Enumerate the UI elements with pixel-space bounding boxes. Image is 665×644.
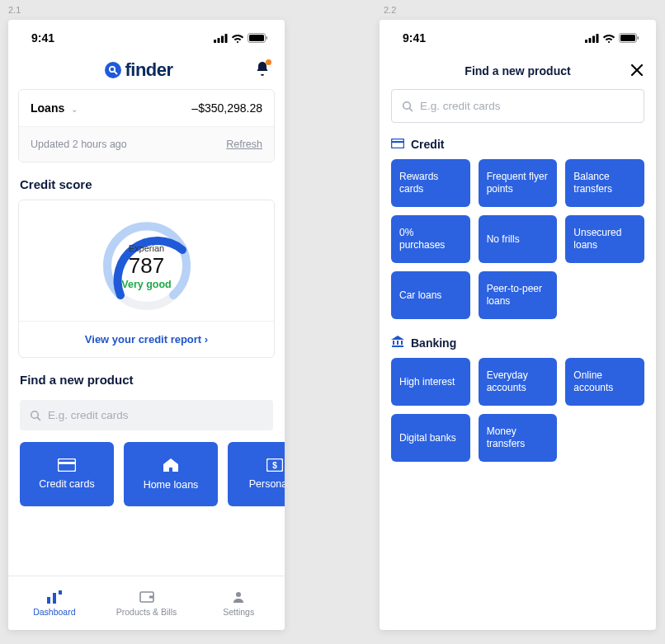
credit-score-gauge: Experian 787 Very good (97, 217, 196, 316)
wallet-icon (139, 590, 154, 604)
notification-dot-icon (266, 59, 271, 65)
svg-rect-38 (401, 341, 403, 345)
search-placeholder: E.g. credit cards (420, 100, 501, 112)
product-tile[interactable]: Everyday accounts (479, 358, 558, 406)
product-tile[interactable]: Balance transfers (565, 159, 644, 207)
credit-score-card: Experian 787 Very good View your credit … (18, 200, 275, 358)
tile-label: Personal lo (249, 478, 285, 490)
product-tile[interactable]: Rewards cards (391, 159, 470, 207)
svg-rect-5 (249, 35, 264, 41)
category-header-credit: Credit (380, 138, 656, 159)
svg-rect-3 (225, 34, 228, 43)
logo-mark-icon (105, 62, 121, 78)
modal-header: Find a new product (380, 56, 656, 89)
screen-label-2: 2.2 (384, 5, 396, 15)
view-credit-report-link[interactable]: View your credit report › (19, 321, 274, 357)
svg-rect-12 (59, 459, 76, 472)
card-icon (58, 458, 76, 472)
tab-label: Settings (223, 607, 254, 617)
status-time: 9:41 (31, 31, 54, 45)
product-tile[interactable]: High interest (391, 358, 470, 406)
person-icon (232, 590, 245, 604)
tile-personal-loans[interactable]: $ Personal lo (228, 442, 285, 506)
product-tile[interactable]: Unsecured loans (565, 215, 644, 263)
svg-rect-37 (397, 341, 399, 345)
product-tile[interactable]: Peer-to-peer loans (479, 271, 558, 319)
signal-icon (214, 34, 228, 43)
svg-line-32 (409, 108, 412, 110)
credit-score-title: Credit score (8, 177, 285, 200)
battery-icon (619, 33, 639, 43)
search-input[interactable]: E.g. credit cards (20, 400, 273, 430)
search-placeholder: E.g. credit cards (48, 409, 129, 421)
wifi-icon (231, 33, 244, 43)
signal-icon (585, 34, 599, 43)
screen-label-1: 2.1 (8, 5, 21, 15)
tab-settings[interactable]: Settings (192, 576, 285, 630)
svg-rect-34 (391, 141, 404, 143)
tab-dashboard[interactable]: Dashboard (8, 576, 101, 630)
svg-rect-23 (589, 38, 592, 43)
svg-rect-24 (592, 35, 595, 43)
svg-rect-1 (218, 38, 220, 43)
status-icons (585, 33, 639, 43)
credit-grid: Rewards cards Frequent flyer points Bala… (380, 159, 656, 336)
svg-rect-36 (393, 341, 394, 345)
svg-rect-27 (620, 35, 635, 41)
loans-row[interactable]: Loans ⌄ –$350,298.28 (19, 90, 274, 126)
category-header-banking: Banking (380, 336, 656, 358)
product-tile[interactable]: Frequent flyer points (479, 159, 558, 207)
search-icon (30, 410, 41, 421)
search-icon (402, 101, 413, 112)
app-logo: finder (105, 59, 172, 81)
wifi-icon (602, 33, 615, 43)
svg-text:$: $ (272, 461, 277, 470)
tab-products-bills[interactable]: Products & Bills (101, 576, 193, 630)
logo-text: finder (125, 59, 172, 81)
loans-amount: –$350,298.28 (191, 101, 262, 115)
home-icon (163, 458, 179, 472)
svg-rect-25 (597, 34, 599, 43)
dollar-icon: $ (266, 458, 283, 472)
score-value: 787 (129, 253, 164, 279)
svg-line-8 (115, 72, 117, 74)
svg-rect-6 (266, 36, 268, 40)
phone-screen-2: 9:41 Find a new product E.g. credit card… (380, 20, 656, 630)
find-product-title: Find a new product (8, 373, 285, 395)
svg-rect-16 (47, 597, 50, 604)
tile-label: Home loans (144, 479, 199, 491)
refresh-link[interactable]: Refresh (226, 139, 262, 150)
svg-rect-2 (221, 35, 224, 43)
tile-credit-cards[interactable]: Credit cards (20, 442, 114, 506)
product-tile[interactable]: Car loans (391, 271, 470, 319)
svg-point-21 (236, 592, 241, 597)
status-icons (214, 33, 268, 43)
svg-rect-35 (392, 346, 403, 347)
close-icon (631, 64, 643, 76)
status-bar: 9:41 (8, 20, 285, 56)
category-name: Banking (411, 336, 456, 350)
dashboard-icon (47, 590, 62, 604)
product-tile[interactable]: No frills (479, 215, 558, 263)
svg-rect-33 (392, 139, 404, 148)
loans-card: Loans ⌄ –$350,298.28 Updated 2 hours ago… (18, 89, 275, 162)
svg-rect-22 (585, 40, 587, 43)
category-name: Credit (411, 138, 444, 151)
tile-home-loans[interactable]: Home loans (124, 442, 218, 506)
search-input[interactable]: E.g. credit cards (391, 89, 644, 123)
score-provider: Experian (129, 243, 164, 253)
product-tile[interactable]: Digital banks (391, 414, 470, 462)
notifications-button[interactable] (255, 61, 270, 80)
svg-line-11 (37, 417, 40, 420)
product-tile[interactable]: Online accounts (565, 358, 644, 406)
svg-rect-17 (53, 593, 56, 604)
svg-rect-28 (638, 36, 639, 40)
loans-label: Loans (31, 101, 64, 115)
app-header: finder (8, 56, 285, 89)
tab-bar: Dashboard Products & Bills Settings (8, 576, 285, 630)
banking-grid: High interest Everyday accounts Online a… (380, 358, 656, 478)
product-tile[interactable]: Money transfers (479, 414, 558, 462)
svg-rect-0 (214, 40, 216, 43)
product-tile[interactable]: 0% purchases (391, 215, 470, 263)
close-button[interactable] (631, 63, 643, 80)
